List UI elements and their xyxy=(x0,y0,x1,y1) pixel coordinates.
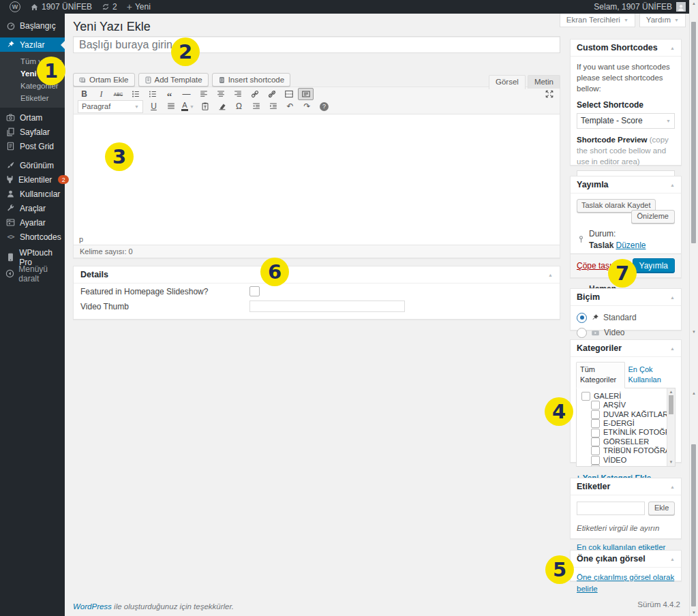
admin-bar-site-menu[interactable]: 1907 ÜNİFEB xyxy=(30,2,92,12)
tag-input[interactable] xyxy=(577,502,645,515)
add-tag-button[interactable]: Ekle xyxy=(648,502,675,515)
link-button[interactable] xyxy=(247,88,262,100)
help-button[interactable]: Yardım ▼ xyxy=(639,14,686,27)
shortcode-select[interactable]: Template - Score ▼ xyxy=(577,113,675,129)
publish-header[interactable]: Yayımla ▲ xyxy=(571,176,681,194)
scroll-down-icon[interactable]: ▼ xyxy=(690,330,698,334)
category-checkbox[interactable] xyxy=(591,465,600,467)
add-media-button[interactable]: Ortam Ekle xyxy=(73,73,135,87)
move-to-trash-link[interactable]: Çöpe taşı xyxy=(577,261,611,271)
sidebar-item-shortcodes[interactable]: <> Shortcodes xyxy=(0,230,65,244)
unlink-button[interactable] xyxy=(264,88,279,100)
justify-button[interactable] xyxy=(163,100,179,112)
panel-toggle-icon[interactable]: ▲ xyxy=(670,295,675,300)
align-right-button[interactable] xyxy=(230,88,245,100)
screen-options-button[interactable]: Ekran Tercihleri ▼ xyxy=(560,14,635,27)
format-header[interactable]: Biçim ▲ xyxy=(571,289,681,306)
standard-radio[interactable] xyxy=(577,313,587,323)
scrollbar-thumb[interactable] xyxy=(691,22,696,243)
read-more-button[interactable] xyxy=(281,88,297,100)
tab-all-categories[interactable]: Tüm Kategoriler xyxy=(576,362,625,388)
distraction-free-button[interactable] xyxy=(541,88,557,100)
tags-header[interactable]: Etiketler ▲ xyxy=(571,478,681,495)
tab-most-used[interactable]: En Çok Kullanılan xyxy=(626,363,676,388)
editor-element-path[interactable]: p xyxy=(74,234,560,245)
category-checkbox[interactable] xyxy=(591,446,600,455)
bold-button[interactable]: B xyxy=(76,88,92,100)
panel-toggle-icon[interactable]: ▲ xyxy=(670,557,675,561)
text-color-button[interactable]: A ▼ xyxy=(180,100,196,112)
slideshow-checkbox[interactable] xyxy=(249,286,260,296)
panel-toggle-icon[interactable]: ▲ xyxy=(670,46,675,50)
insert-shortcode-button[interactable]: Insert shortcode xyxy=(212,73,290,87)
publish-button[interactable]: Yayımla xyxy=(633,258,675,273)
sidebar-item-settings[interactable]: Ayarlar xyxy=(0,215,65,230)
page-scrollbar[interactable]: ▲ ▼ ▲ ▼ xyxy=(689,0,698,616)
wordpress-link[interactable]: WordPress xyxy=(73,602,112,611)
edit-status-link[interactable]: Düzenle xyxy=(616,241,646,250)
panel-toggle-icon[interactable]: ▲ xyxy=(670,183,675,187)
special-character-button[interactable]: Ω xyxy=(231,100,247,112)
redo-button[interactable]: ↷ xyxy=(299,100,315,112)
details-header[interactable]: Details ▲ xyxy=(74,266,560,283)
tab-visual[interactable]: Görsel xyxy=(489,75,526,89)
post-title-input[interactable] xyxy=(73,36,560,53)
wordpress-logo-icon[interactable]: W xyxy=(10,1,20,12)
align-center-button[interactable] xyxy=(213,88,228,100)
paste-as-text-button[interactable] xyxy=(197,100,213,112)
panel-toggle-icon[interactable]: ▲ xyxy=(548,273,553,277)
sidebar-item-plugins[interactable]: Eklentiler 2 xyxy=(0,172,65,187)
scroll-down-icon[interactable]: ▼ xyxy=(667,459,675,465)
sidebar-item-tools[interactable]: Araçlar xyxy=(0,201,65,215)
help-icon-button[interactable]: ? xyxy=(316,100,332,112)
category-checkbox[interactable] xyxy=(591,437,600,446)
scrollbar-thumb[interactable] xyxy=(669,395,673,414)
custom-shortcodes-header[interactable]: Custom Shortcodes ▲ xyxy=(571,40,681,57)
panel-toggle-icon[interactable]: ▲ xyxy=(670,346,675,351)
tab-text[interactable]: Metin xyxy=(528,75,560,89)
scrollbar-thumb[interactable] xyxy=(691,444,696,606)
bullet-list-button[interactable] xyxy=(127,88,143,100)
submenu-item-tags[interactable]: Etiketler xyxy=(0,92,65,104)
category-checkbox[interactable] xyxy=(591,429,600,437)
category-checkbox[interactable] xyxy=(591,401,600,410)
undo-button[interactable]: ↶ xyxy=(282,100,298,112)
paragraph-format-select[interactable]: Paragraf ▼ xyxy=(78,100,143,113)
sidebar-item-collapse-menu[interactable]: Menüyü daralt xyxy=(0,266,65,281)
preview-button[interactable]: Önizleme xyxy=(631,210,675,224)
scroll-up-icon[interactable]: ▲ xyxy=(667,389,675,395)
numbered-list-button[interactable] xyxy=(145,88,160,100)
clear-formatting-button[interactable] xyxy=(214,100,230,112)
sidebar-item-wptouch-pro[interactable]: WPtouch Pro xyxy=(0,250,65,264)
video-thumb-input[interactable] xyxy=(249,301,405,312)
category-list-scrollbar[interactable]: ▲ ▼ xyxy=(667,388,675,466)
underline-button[interactable]: U xyxy=(146,100,162,112)
category-checkbox[interactable] xyxy=(591,419,600,428)
toolbar-toggle-button[interactable] xyxy=(298,88,314,100)
add-template-button[interactable]: Add Template xyxy=(138,73,209,87)
admin-bar-greeting[interactable]: Selam, 1907 ÜNİFEB xyxy=(594,2,672,12)
category-checkbox[interactable] xyxy=(591,410,600,419)
indent-button[interactable] xyxy=(265,100,281,112)
sidebar-item-dashboard[interactable]: Başlangıç xyxy=(0,18,65,33)
set-featured-image-link[interactable]: Öne çıkarılmış görsel olarak belirle xyxy=(577,573,674,593)
video-radio[interactable] xyxy=(577,328,587,338)
admin-bar-new[interactable]: + Yeni xyxy=(127,2,151,12)
align-left-button[interactable] xyxy=(196,88,211,100)
horizontal-rule-button[interactable]: — xyxy=(179,88,194,100)
sidebar-item-posts[interactable]: Yazılar xyxy=(0,37,65,52)
admin-bar-updates[interactable]: 2 xyxy=(102,2,117,12)
sidebar-item-pages[interactable]: Sayfalar xyxy=(0,125,65,139)
featured-image-header[interactable]: Öne çıkan görsel ▲ xyxy=(571,551,681,568)
sidebar-item-appearance[interactable]: Görünüm xyxy=(0,158,65,172)
strikethrough-button[interactable]: ABC xyxy=(110,88,126,100)
category-checkbox[interactable] xyxy=(581,392,590,401)
italic-button[interactable]: I xyxy=(93,88,109,100)
outdent-button[interactable] xyxy=(248,100,264,112)
sidebar-item-post-grid[interactable]: Post Grid xyxy=(0,139,65,153)
sidebar-item-users[interactable]: Kullanıcılar xyxy=(0,187,65,201)
scroll-up-icon[interactable]: ▲ xyxy=(690,1,698,5)
scroll-up-icon[interactable]: ▲ xyxy=(690,391,698,395)
categories-header[interactable]: Kategoriler ▲ xyxy=(571,340,681,357)
editor-content-area[interactable] xyxy=(74,114,560,234)
